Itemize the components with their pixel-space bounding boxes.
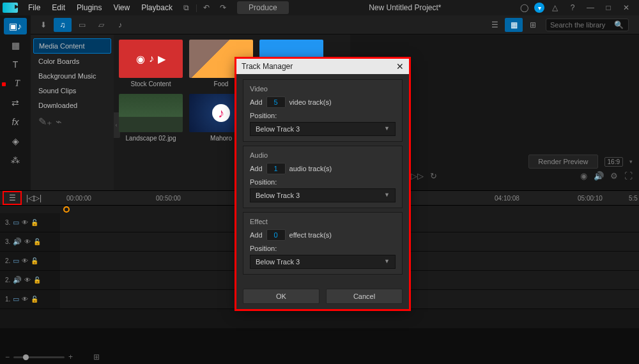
visibility-icon[interactable]: 👁 — [22, 296, 28, 303]
lock-icon[interactable]: 🔓 — [33, 238, 41, 245]
title-room-button[interactable]: T — [4, 56, 27, 73]
add-suffix: audio track(s) — [289, 165, 332, 172]
menu-edit[interactable]: Edit — [47, 2, 70, 13]
effect-section: Effect Add effect track(s) Position: Bel… — [243, 212, 403, 275]
dialog-titlebar[interactable]: Track Manager ✕ — [236, 59, 409, 74]
ruler-tick: 05:00:10 — [578, 195, 603, 202]
dialog-close-icon[interactable]: ✕ — [396, 61, 404, 72]
media-tab[interactable]: ♫ — [54, 18, 72, 32]
search-box[interactable]: 🔍 — [546, 19, 629, 31]
nav-media-content[interactable]: Media Content — [33, 38, 111, 54]
import-icon[interactable]: ⬇ — [35, 18, 52, 32]
search-icon[interactable]: 🔍 — [614, 20, 624, 29]
track-number: 3. — [5, 219, 10, 226]
boards-room-button[interactable]: ▦ — [4, 37, 27, 54]
transition-room-button[interactable]: ⇄ — [4, 95, 27, 111]
nav-sound-clips[interactable]: Sound Clips — [33, 84, 111, 98]
audio-track-icon: 🔊 — [13, 276, 22, 284]
visibility-icon[interactable]: 👁 — [22, 219, 28, 226]
cancel-button[interactable]: Cancel — [326, 289, 403, 304]
music-icon: ♪ — [149, 53, 154, 64]
help-icon[interactable]: ? — [566, 1, 579, 14]
tag-icon[interactable]: ⌁ — [56, 116, 62, 128]
section-heading: Effect — [250, 218, 396, 225]
settings-icon[interactable]: ⚙ — [610, 171, 618, 181]
grid-view-icon[interactable]: ▦ — [505, 18, 523, 32]
library-nav: Media Content Color Boards Background Mu… — [31, 34, 114, 190]
audio-track-count-input[interactable] — [266, 163, 286, 174]
effect-track-count-input[interactable] — [266, 229, 286, 241]
video-track-count-input[interactable] — [266, 96, 286, 108]
effect-position-dropdown[interactable]: Below Track 3 — [250, 255, 396, 269]
search-input[interactable] — [550, 21, 614, 29]
thumb-landscape[interactable]: Landscape 02.jpg — [119, 94, 183, 142]
fast-forward-button[interactable]: ▷▷ — [411, 171, 424, 181]
zoom-in-icon[interactable]: + — [68, 353, 73, 361]
account-icon[interactable]: ◯ — [518, 1, 530, 14]
render-preview-button[interactable]: Render Preview — [528, 155, 597, 169]
movie-view-button[interactable]: |◁▷| — [26, 192, 42, 204]
video-track-icon: ▭ — [13, 257, 19, 265]
notification-icon[interactable]: ▾ — [534, 3, 544, 13]
audio-position-dropdown[interactable]: Below Track 3 — [250, 188, 396, 202]
thumb-caption: Stock Content — [119, 80, 183, 87]
nav-downloaded[interactable]: Downloaded — [33, 98, 111, 112]
snapshot-icon[interactable]: ◉ — [580, 171, 587, 181]
cloud-icon[interactable]: △ — [548, 1, 561, 14]
video-position-dropdown[interactable]: Below Track 3 — [250, 122, 396, 136]
aspect-ratio-box[interactable]: 16:9 — [604, 157, 623, 167]
lock-icon[interactable]: 🔓 — [31, 296, 38, 303]
track-number: 3. — [5, 238, 10, 245]
volume-icon[interactable]: 🔊 — [594, 171, 604, 181]
aspect-dropdown-icon[interactable]: ▾ — [629, 158, 633, 165]
video-tab[interactable]: ▭ — [73, 18, 91, 32]
zoom-bar: − + ⊞ — [5, 353, 100, 361]
audio-tab[interactable]: ♪ — [111, 18, 129, 32]
menu-file[interactable]: File — [23, 2, 45, 13]
nav-color-boards[interactable]: Color Boards — [33, 54, 111, 68]
menu-view[interactable]: View — [108, 2, 135, 13]
marker-icon[interactable] — [63, 206, 70, 213]
detail-view-icon[interactable]: ⊞ — [524, 18, 542, 32]
nav-background-music[interactable]: Background Music — [33, 69, 111, 83]
lock-icon[interactable]: 🔓 — [31, 219, 38, 226]
undo-icon[interactable]: ↶ — [200, 1, 213, 14]
ruler-tick: 00:00:00 — [66, 195, 91, 202]
close-icon[interactable]: ✕ — [620, 1, 633, 14]
capture-icon[interactable]: ⧉ — [180, 1, 193, 14]
thumb-caption: Landscape 02.jpg — [119, 135, 183, 142]
menu-plugins[interactable]: Plugins — [72, 2, 107, 13]
ruler-tick: 00:50:00 — [156, 195, 181, 202]
visibility-icon[interactable]: 👁 — [24, 277, 31, 284]
zoom-slider[interactable] — [13, 356, 65, 358]
media-room-button[interactable]: ▣♪ — [4, 18, 27, 34]
text-room-button[interactable]: T — [6, 75, 29, 92]
list-view-icon[interactable]: ☰ — [486, 18, 504, 32]
zoom-out-icon[interactable]: − — [5, 353, 10, 361]
position-label: Position: — [250, 112, 396, 119]
track-manager-button[interactable]: ☰ — [4, 192, 20, 204]
overlay-room-button[interactable]: ◈ — [4, 133, 27, 149]
image-tab[interactable]: ▱ — [92, 18, 110, 32]
fx-room-button[interactable]: fx — [4, 114, 27, 130]
add-label: Add — [250, 231, 263, 239]
minimize-icon[interactable]: — — [584, 1, 597, 14]
visibility-icon[interactable]: 👁 — [22, 257, 28, 264]
loop-button[interactable]: ↻ — [430, 171, 437, 181]
redo-icon[interactable]: ↷ — [217, 1, 229, 14]
maximize-icon[interactable]: □ — [602, 1, 615, 14]
project-title: New Untitled Project* — [295, 3, 515, 12]
produce-button[interactable]: Produce — [237, 1, 289, 14]
lock-icon[interactable]: 🔓 — [33, 277, 41, 284]
thumb-stock-content[interactable]: ◉♪▶ Stock Content — [119, 40, 183, 87]
timeline-options-icon[interactable]: ⊞ — [93, 353, 100, 361]
lock-icon[interactable]: 🔓 — [31, 257, 38, 264]
add-folder-icon[interactable]: ✎₊ — [38, 116, 52, 128]
fullscreen-icon[interactable]: ⛶ — [624, 171, 633, 181]
ok-button[interactable]: OK — [243, 289, 320, 304]
particle-room-button[interactable]: ⁂ — [4, 152, 27, 169]
track-number: 2. — [5, 257, 10, 264]
visibility-icon[interactable]: 👁 — [24, 238, 31, 245]
menu-playback[interactable]: Playback — [136, 2, 178, 13]
add-suffix: video track(s) — [289, 98, 332, 106]
